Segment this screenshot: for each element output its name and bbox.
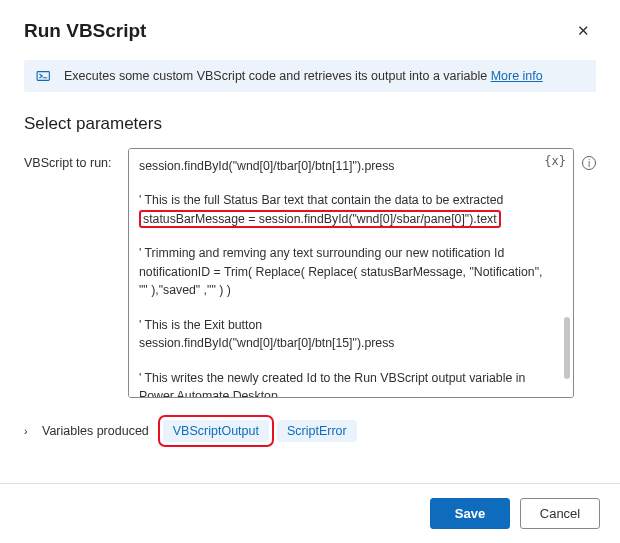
more-info-link[interactable]: More info: [491, 69, 543, 83]
code-line: ' This is the full Status Bar text that …: [139, 191, 545, 209]
script-icon: [36, 69, 54, 83]
variable-chip-scripterror[interactable]: ScriptError: [277, 420, 357, 442]
scrollbar-thumb[interactable]: [564, 317, 570, 379]
dialog-header: Run VBScript ✕: [0, 0, 620, 60]
variable-chip-vbscriptoutput[interactable]: VBScriptOutput: [163, 420, 269, 442]
param-row-vbscript: VBScript to run: session.findById("wnd[0…: [0, 148, 620, 398]
highlight-statusbar-line: statusBarMessage = session.findById("wnd…: [139, 210, 501, 228]
code-line: session.findById("wnd[0]/tbar[0]/btn[11]…: [139, 157, 545, 175]
cancel-button[interactable]: Cancel: [520, 498, 600, 529]
param-label-vbscript: VBScript to run:: [24, 148, 120, 170]
info-bar: Executes some custom VBScript code and r…: [24, 60, 596, 92]
info-text: Executes some custom VBScript code and r…: [64, 69, 543, 83]
variables-produced-row: › Variables produced VBScriptOutput Scri…: [0, 398, 620, 442]
info-icon[interactable]: i: [582, 156, 596, 170]
svg-rect-0: [37, 72, 49, 81]
variable-picker-button[interactable]: {x}: [544, 154, 566, 168]
code-blank: [139, 300, 545, 316]
code-editor-wrap: session.findById("wnd[0]/tbar[0]/btn[11]…: [128, 148, 574, 398]
save-button[interactable]: Save: [430, 498, 510, 529]
code-line: ' This is the Exit button: [139, 316, 545, 334]
section-title: Select parameters: [0, 110, 620, 148]
code-blank: [139, 228, 545, 244]
code-line: notificationID = Trim( Replace( Replace(…: [139, 263, 545, 300]
code-line: ' Trimming and remving any text surround…: [139, 244, 545, 262]
dialog-footer: Save Cancel: [0, 483, 620, 543]
code-line: session.findById("wnd[0]/tbar[0]/btn[15]…: [139, 334, 545, 352]
info-text-body: Executes some custom VBScript code and r…: [64, 69, 487, 83]
close-button[interactable]: ✕: [571, 18, 596, 44]
dialog-title: Run VBScript: [24, 20, 146, 42]
code-blank: [139, 353, 545, 369]
chevron-right-icon[interactable]: ›: [24, 425, 34, 437]
code-blank: [139, 175, 545, 191]
variables-produced-label: Variables produced: [42, 424, 149, 438]
code-line: statusBarMessage = session.findById("wnd…: [139, 210, 545, 228]
code-line: ' This writes the newly created Id to th…: [139, 369, 545, 399]
vbscript-code-input[interactable]: session.findById("wnd[0]/tbar[0]/btn[11]…: [128, 148, 574, 398]
